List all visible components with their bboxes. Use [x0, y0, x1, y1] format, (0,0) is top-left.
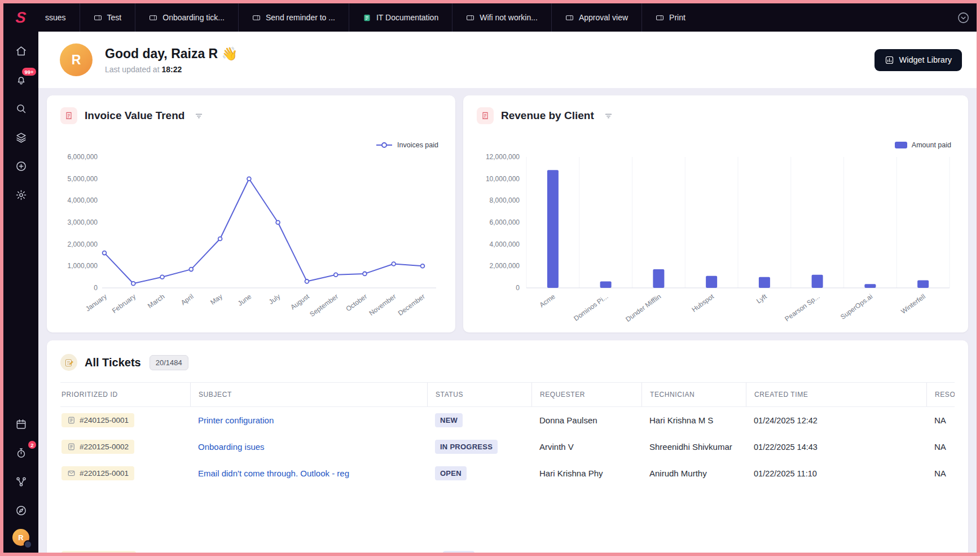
svg-text:2,000,000: 2,000,000	[490, 262, 520, 270]
tickets-title: All Tickets	[85, 356, 141, 369]
sidebar-nav: 99+2R	[3, 32, 38, 553]
svg-text:December: December	[397, 292, 427, 317]
tabs-overflow-button[interactable]	[957, 11, 970, 24]
superops-logo[interactable]: S	[3, 10, 38, 25]
svg-text:February: February	[111, 292, 137, 315]
svg-text:Acme: Acme	[538, 292, 557, 309]
tickets-count-badge: 20/1484	[150, 355, 188, 370]
column-header-subject[interactable]: SUBJECT	[190, 383, 427, 406]
ticket-status-badge: OPEN	[435, 466, 467, 480]
sidebar-user-avatar[interactable]: R	[12, 529, 29, 546]
sidebar-notifications-badge: 99+	[22, 68, 36, 76]
svg-text:June: June	[236, 292, 253, 308]
avatar-extra-badge	[24, 540, 32, 549]
ticket-icon	[466, 14, 474, 22]
technician-cell: Shreenidhi Shivkumar	[641, 436, 746, 458]
column-header-resolut[interactable]: RESOLUT	[926, 383, 955, 406]
top-tab-test[interactable]: Test	[80, 3, 135, 32]
ticket-id-cell	[60, 545, 190, 553]
top-tab-approval-view[interactable]: Approval view	[551, 3, 641, 32]
tickets-card-header: All Tickets 20/1484	[60, 340, 955, 382]
tab-label: Print	[669, 13, 685, 22]
ticket-id-badge[interactable]: #240125-0001	[61, 413, 134, 427]
svg-text:March: March	[146, 292, 166, 310]
svg-text:November: November	[367, 292, 397, 317]
top-tab-onboarding-tick[interactable]: Onboarding tick...	[135, 3, 238, 32]
invoice-filter-icon[interactable]	[195, 112, 203, 120]
revenue-legend[interactable]: Amount paid	[463, 124, 968, 149]
svg-text:1,000,000: 1,000,000	[68, 262, 98, 270]
widget-library-label: Widget Library	[899, 55, 952, 64]
top-tab-it-documentation[interactable]: IT Documentation	[349, 3, 452, 32]
ticket-status-cell	[427, 545, 531, 553]
column-header-status[interactable]: STATUS	[427, 383, 531, 406]
sidebar-settings-button[interactable]	[10, 183, 32, 206]
bar-legend-marker-icon	[895, 142, 907, 148]
sidebar-calendar-button[interactable]	[10, 413, 32, 435]
ticket-id-cell: #220125-0002	[60, 434, 190, 460]
column-header-technician[interactable]: TECHNICIAN	[641, 383, 746, 406]
timer-icon	[15, 447, 27, 459]
sidebar-modules-button[interactable]	[10, 126, 32, 148]
column-header-prioritized-id[interactable]: PRIORITIZED ID	[60, 383, 190, 406]
revenue-receipt-icon	[477, 107, 494, 124]
top-tab-send-reminder-to[interactable]: Send reminder to ...	[238, 3, 349, 32]
sidebar-timer-button[interactable]: 2	[10, 441, 32, 464]
invoice-legend[interactable]: Invoices paid	[47, 124, 455, 149]
svg-text:July: July	[267, 292, 282, 306]
created-time-cell: 01/22/2025 14:43	[746, 436, 926, 458]
svg-text:September: September	[308, 292, 340, 318]
svg-text:6,000,000: 6,000,000	[490, 218, 520, 226]
svg-text:Hubspot: Hubspot	[690, 292, 715, 314]
chevron-down-circle-icon	[957, 11, 970, 24]
ticket-subject-link[interactable]: Email didn't come through. Outlook - reg	[198, 469, 349, 478]
ticket-status-badge: IN PROGRESS	[435, 440, 498, 454]
document-icon	[67, 416, 76, 424]
column-header-requester[interactable]: REQUESTER	[531, 383, 641, 406]
top-tab-wifi-not-workin[interactable]: Wifi not workin...	[452, 3, 551, 32]
settings-icon	[15, 189, 27, 201]
resolution-cell: NA	[926, 462, 955, 484]
revenue-by-client-card: Revenue by Client Amount paid 02,000,000…	[463, 95, 968, 332]
sidebar-search-button[interactable]	[10, 97, 32, 120]
sidebar-notifications-button[interactable]: 99+	[10, 68, 32, 91]
invoice-receipt-icon	[60, 107, 77, 124]
sidebar-workflow-button[interactable]	[10, 470, 32, 493]
ticket-row: #240125-0001Printer configurationNEWDonn…	[60, 407, 955, 434]
top-tab-ssues[interactable]: ssues	[38, 3, 80, 32]
app-window: S ssuesTestOnboarding tick...Send remind…	[0, 0, 980, 556]
ticket-subject-link[interactable]: Printer configuration	[198, 415, 274, 425]
user-avatar[interactable]: R	[60, 43, 93, 76]
svg-text:Winterfell: Winterfell	[899, 292, 927, 316]
sidebar-home-button[interactable]	[10, 40, 32, 62]
tickets-table-header: PRIORITIZED IDSUBJECTSTATUSREQUESTERTECH…	[60, 382, 955, 407]
invoice-line-chart: 01,000,0002,000,0003,000,0004,000,0005,0…	[50, 149, 451, 329]
top-bar: S ssuesTestOnboarding tick...Send remind…	[3, 3, 977, 32]
tickets-table: PRIORITIZED IDSUBJECTSTATUSREQUESTERTECH…	[60, 382, 955, 553]
ticket-status-badge: NEW	[435, 413, 463, 427]
tab-label: Wifi not workin...	[480, 13, 538, 22]
sidebar-create-button[interactable]	[10, 155, 32, 177]
revenue-filter-icon[interactable]	[604, 112, 613, 120]
last-updated-time: 18:22	[161, 65, 182, 74]
ticket-id-text: #240125-0001	[80, 416, 129, 424]
ticket-id-badge[interactable]	[61, 551, 136, 553]
tickets-note-icon	[60, 354, 77, 371]
ticket-id-badge[interactable]: #220125-0002	[61, 440, 134, 454]
invoice-card-title: Invoice Value Trend	[85, 110, 184, 122]
ticket-id-badge[interactable]: #220125-0001	[61, 466, 134, 480]
ticket-row: #220125-0001Email didn't come through. O…	[60, 460, 955, 487]
svg-text:12,000,000: 12,000,000	[486, 153, 520, 161]
svg-text:5,000,000: 5,000,000	[68, 175, 98, 183]
sidebar-explore-button[interactable]	[10, 499, 32, 522]
ticket-status-cell: OPEN	[427, 460, 531, 487]
widget-library-icon	[885, 55, 894, 65]
technician-cell: Hari Krishna M S	[641, 409, 746, 431]
svg-text:4,000,000: 4,000,000	[490, 240, 520, 248]
column-header-created-time[interactable]: CREATED TIME	[746, 383, 926, 406]
explore-icon	[15, 505, 27, 516]
widget-library-button[interactable]: Widget Library	[874, 49, 962, 71]
open-tabs-bar: ssuesTestOnboarding tick...Send reminder…	[38, 3, 957, 32]
top-tab-print[interactable]: Print	[641, 3, 699, 32]
ticket-subject-link[interactable]: Onboarding isues	[198, 442, 265, 452]
